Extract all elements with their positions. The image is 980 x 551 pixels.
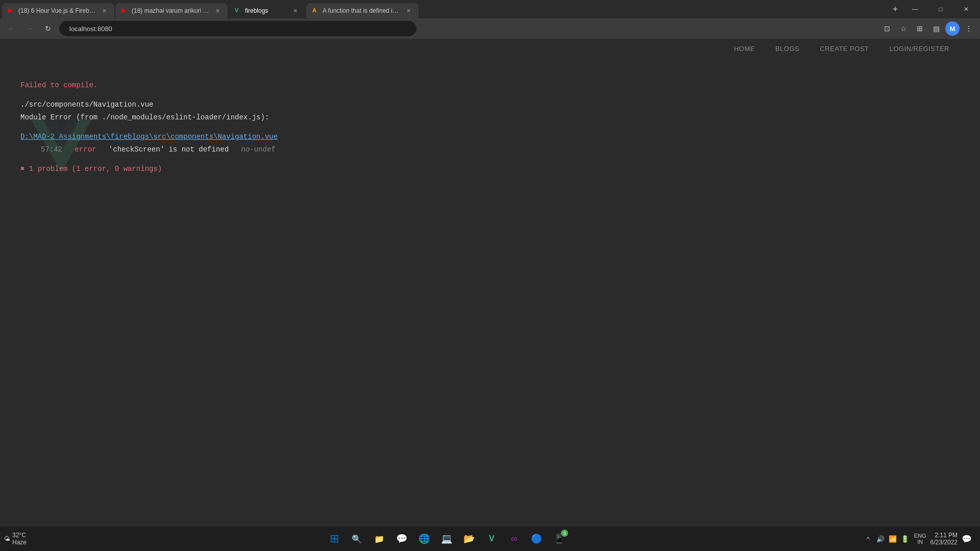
error-rule: no-undef <box>241 145 276 154</box>
notification-icon[interactable]: 💬 <box>962 534 972 544</box>
clock-time: 2:11 PM <box>930 532 958 539</box>
tab-bar: ▶(18) 6 Hour Vue.js & Firebase Pr...✕▶(1… <box>0 0 980 18</box>
tab-title-tab3: fireblogs <box>245 7 288 14</box>
clock-widget[interactable]: 2:11 PM 6/23/2022 <box>930 532 958 546</box>
maximize-button[interactable]: □ <box>929 0 952 18</box>
site-nav: HOMEBLOGSCREATE POSTLOGIN/REGISTER <box>734 39 949 59</box>
nav-item-login/register[interactable]: LOGIN/REGISTER <box>889 45 949 53</box>
taskbar-whatsapp[interactable]: 📱 5 <box>549 529 569 549</box>
tray-chevron[interactable]: ^ <box>863 534 873 544</box>
clock-date: 6/23/2022 <box>930 539 958 546</box>
window-controls: — □ ✕ <box>903 0 978 18</box>
error-failed-compile: Failed to compile. <box>20 80 960 91</box>
tab-title-tab4: A function that is defined inside... <box>323 7 401 14</box>
tab-close-tab4[interactable]: ✕ <box>404 7 412 15</box>
taskbar-files[interactable]: 📂 <box>459 529 479 549</box>
menu-icon[interactable]: ⋮ <box>962 21 976 36</box>
taskbar-file-explorer[interactable]: 📁 <box>369 529 389 549</box>
error-content: Failed to compile. ./src/components/Navi… <box>0 39 980 203</box>
lang-text: ENG <box>914 533 926 539</box>
tab-favicon-tab1: ▶ <box>8 7 15 14</box>
minimize-button[interactable]: — <box>903 0 927 18</box>
error-file-path: ./src/components/Navigation.vue <box>20 99 960 110</box>
sidebar-icon[interactable]: ▤ <box>929 21 943 36</box>
tab-favicon-tab2: ▶ <box>121 7 129 14</box>
error-message: 'checkScreen' is not defined <box>109 145 229 154</box>
tab-favicon-tab4: A <box>312 7 320 14</box>
error-summary: ✖ 1 problem (1 error, 0 warnings) <box>20 163 960 174</box>
systray: ^ 🔊 📶 🔋 <box>863 534 910 544</box>
taskbar-search[interactable]: 🔍 <box>347 529 367 549</box>
start-button[interactable]: ⊞ <box>324 529 345 549</box>
url-display: localhost:8080 <box>67 25 112 33</box>
tab-tab4[interactable]: AA function that is defined inside...✕ <box>306 3 419 18</box>
taskbar-chrome[interactable]: 🔵 <box>526 529 547 549</box>
weather-icon: 🌤 <box>4 535 10 542</box>
taskbar-left: 🌤 32°C Haze <box>4 532 31 546</box>
tray-network[interactable]: 📶 <box>888 534 898 544</box>
tab-title-tab1: (18) 6 Hour Vue.js & Firebase Pr... <box>18 7 97 14</box>
tray-battery[interactable]: 🔋 <box>900 534 910 544</box>
taskbar-edge[interactable]: 🌐 <box>414 529 434 549</box>
taskbar-discord[interactable]: 💬 <box>391 529 412 549</box>
close-button[interactable]: ✕ <box>954 0 978 18</box>
taskbar-vscode[interactable]: 💻 <box>436 529 457 549</box>
profile-avatar[interactable]: M <box>945 21 960 36</box>
address-bar-icons: ⊡ ☆ ⊞ ▤ M ⋮ <box>880 21 976 36</box>
tray-volume[interactable]: 🔊 <box>875 534 886 544</box>
lang-widget[interactable]: ENG IN <box>914 533 926 545</box>
tab-close-tab2[interactable]: ✕ <box>213 7 222 15</box>
browser-chrome: ▶(18) 6 Hour Vue.js & Firebase Pr...✕▶(1… <box>0 0 980 39</box>
weather-temp: 32°C <box>12 532 27 539</box>
error-block: ./src/components/Navigation.vue Module E… <box>20 99 960 123</box>
taskbar-right: ^ 🔊 📶 🔋 ENG IN 2:11 PM 6/23/2022 💬 <box>863 532 976 546</box>
weather-info: 32°C Haze <box>12 532 27 546</box>
back-button[interactable]: ← <box>4 21 18 36</box>
nav-item-blogs[interactable]: BLOGS <box>775 45 799 53</box>
nav-item-create-post[interactable]: CREATE POST <box>820 45 869 53</box>
taskbar-vue[interactable]: V <box>481 529 502 549</box>
error-module-error: Module Error (from ./node_modules/eslint… <box>20 112 960 123</box>
bookmark-icon[interactable]: ☆ <box>896 21 911 36</box>
page-content: HOMEBLOGSCREATE POSTLOGIN/REGISTER Faile… <box>0 39 980 527</box>
error-summary-block: ✖ 1 problem (1 error, 0 warnings) <box>20 163 960 174</box>
address-bar: ← → ↻ localhost:8080 ⊡ ☆ ⊞ ▤ M ⋮ <box>0 18 980 39</box>
refresh-button[interactable]: ↻ <box>41 21 55 36</box>
weather-widget[interactable]: 🌤 32°C Haze <box>4 532 27 546</box>
error-full-path[interactable]: D:\MAD-2 Assignments\fireblogs\src\compo… <box>20 131 960 142</box>
taskbar: 🌤 32°C Haze ⊞ 🔍 📁 💬 🌐 💻 📂 <box>0 527 980 551</box>
tab-favicon-tab3: V <box>235 7 242 14</box>
address-input[interactable]: localhost:8080 <box>59 21 416 36</box>
error-lint-detail: 57:42 error 'checkScreen' is not defined… <box>20 144 960 155</box>
vue-logo <box>31 115 92 179</box>
tab-close-tab1[interactable]: ✕ <box>100 7 108 15</box>
tab-tab3[interactable]: Vfireblogs✕ <box>229 3 305 18</box>
taskbar-app8[interactable]: ∞ <box>504 529 524 549</box>
forward-button[interactable]: → <box>22 21 37 36</box>
weather-condition: Haze <box>12 539 27 546</box>
error-detail-block: D:\MAD-2 Assignments\fireblogs\src\compo… <box>20 131 960 155</box>
new-tab-button[interactable]: + <box>888 2 902 16</box>
tab-tab2[interactable]: ▶(18) mazhai varum arikuri - YouT...✕ <box>115 3 228 18</box>
extensions-icon[interactable]: ⊞ <box>913 21 927 36</box>
lang-region: IN <box>914 539 926 545</box>
nav-item-home[interactable]: HOME <box>734 45 755 53</box>
tab-tab1[interactable]: ▶(18) 6 Hour Vue.js & Firebase Pr...✕ <box>2 3 114 18</box>
tab-close-tab3[interactable]: ✕ <box>291 7 299 15</box>
taskbar-center: ⊞ 🔍 📁 💬 🌐 💻 📂 V ∞ 🔵 <box>31 529 863 549</box>
cast-icon[interactable]: ⊡ <box>880 21 894 36</box>
tab-title-tab2: (18) mazhai varum arikuri - YouT... <box>132 7 210 14</box>
whatsapp-badge: 5 <box>561 530 568 537</box>
